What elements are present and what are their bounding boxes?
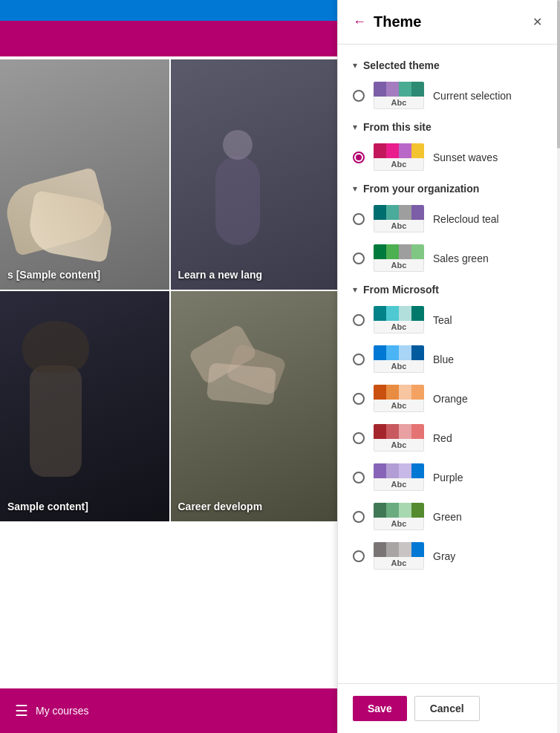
panel-header-left: ← Theme: [353, 13, 421, 30]
swatch-red: Abc: [374, 424, 424, 452]
swatch-bar-o4: [411, 385, 424, 400]
swatch-purple: Abc: [374, 463, 424, 491]
swatch-bar-sg2: [386, 244, 399, 259]
swatch-bar-2: [386, 82, 399, 97]
swatch-bar-rt4: [411, 205, 424, 220]
radio-purple[interactable]: [353, 472, 365, 483]
swatch-bar-b3: [399, 345, 411, 360]
option-relecloud-teal[interactable]: Abc Relecloud teal: [338, 199, 560, 238]
theme-name-gray: Gray: [433, 550, 455, 562]
option-teal[interactable]: Abc Teal: [338, 300, 560, 339]
swatch-bar-rt2: [386, 205, 399, 220]
swatch-bar-gy1: [374, 542, 386, 557]
theme-name-purple: Purple: [433, 472, 463, 483]
theme-name-orange: Orange: [433, 393, 468, 405]
section-selected-theme[interactable]: ▾ Selected theme: [338, 53, 560, 76]
radio-relecloud-teal[interactable]: [353, 213, 365, 225]
swatch-bar-gy4: [411, 542, 424, 557]
option-orange[interactable]: Abc Orange: [338, 379, 560, 418]
chevron-from-microsoft: ▾: [353, 284, 357, 295]
swatch-abc-gray: Abc: [374, 557, 424, 570]
back-button[interactable]: ←: [353, 14, 366, 30]
radio-sales-green[interactable]: [353, 253, 365, 264]
radio-red[interactable]: [353, 432, 365, 444]
theme-name-sales-green: Sales green: [433, 253, 489, 264]
swatch-bar-gy2: [386, 542, 399, 557]
radio-orange[interactable]: [353, 393, 365, 405]
swatch-bar-b2: [386, 345, 399, 360]
top-bar-blue: [0, 0, 339, 21]
swatch-bar-r4: [411, 424, 424, 439]
chevron-selected-theme: ▾: [353, 60, 357, 71]
image-cell-1: s [Sample content]: [0, 59, 169, 290]
option-red[interactable]: Abc Red: [338, 418, 560, 457]
swatch-bar-t1: [374, 306, 386, 321]
swatch-bar-r3: [399, 424, 411, 439]
save-button[interactable]: Save: [353, 696, 407, 721]
swatch-abc-sunset: Abc: [374, 158, 424, 171]
option-current-selection[interactable]: Abc Current selection: [338, 76, 560, 115]
bottom-bar: ☰ My courses: [0, 688, 339, 733]
section-from-your-org[interactable]: ▾ From your organization: [338, 177, 560, 199]
swatch-bar-p2: [386, 463, 399, 478]
option-gray[interactable]: Abc Gray: [338, 536, 560, 576]
swatch-bar-sg4: [411, 244, 424, 259]
swatch-bar-3: [399, 82, 411, 97]
theme-name-green: Green: [433, 511, 462, 523]
swatch-bar-o3: [399, 385, 411, 400]
swatch-bar-sg3: [399, 244, 411, 259]
swatch-blue: Abc: [374, 345, 424, 373]
swatch-abc-blue: Abc: [374, 360, 424, 373]
chevron-from-your-org: ▾: [353, 183, 357, 194]
swatch-bar-o2: [386, 385, 399, 400]
panel-footer: Save Cancel: [338, 683, 560, 733]
section-from-this-site-title: From this site: [363, 121, 432, 133]
option-blue[interactable]: Abc Blue: [338, 339, 560, 379]
theme-name-sunset-waves: Sunset waves: [433, 152, 498, 163]
swatch-abc-purple: Abc: [374, 478, 424, 491]
panel-header: ← Theme ✕: [338, 0, 560, 45]
swatch-bar-sw4: [411, 143, 424, 158]
swatch-orange: Abc: [374, 385, 424, 412]
radio-sunset-waves[interactable]: [353, 152, 365, 163]
swatch-bar-rt1: [374, 205, 386, 220]
radio-blue[interactable]: [353, 354, 365, 365]
swatch-bar-g4: [411, 503, 424, 518]
swatch-bar-p4: [411, 463, 424, 478]
cancel-button[interactable]: Cancel: [414, 696, 480, 721]
scroll-thumb: [557, 0, 560, 149]
theme-name-relecloud-teal: Relecloud teal: [433, 213, 499, 225]
swatch-bar-rt3: [399, 205, 411, 220]
option-sunset-waves[interactable]: Abc Sunset waves: [338, 137, 560, 177]
section-from-microsoft-title: From Microsoft: [363, 284, 439, 296]
swatch-bar-g2: [386, 503, 399, 518]
theme-name-red: Red: [433, 432, 452, 444]
swatch-teal: Abc: [374, 306, 424, 333]
radio-teal[interactable]: [353, 314, 365, 326]
image-cell-3: Sample content]: [0, 291, 169, 521]
section-from-microsoft[interactable]: ▾ From Microsoft: [338, 278, 560, 300]
swatch-bar-sw1: [374, 143, 386, 158]
radio-current-selection[interactable]: [353, 90, 365, 102]
option-green[interactable]: Abc Green: [338, 497, 560, 536]
swatch-relecloud-teal: Abc: [374, 205, 424, 232]
radio-green[interactable]: [353, 511, 365, 523]
swatch-gray: Abc: [374, 542, 424, 570]
swatch-bar-sw3: [399, 143, 411, 158]
radio-gray[interactable]: [353, 550, 365, 562]
swatch-current-selection: Abc: [374, 82, 424, 109]
image-label-2: Learn a new lang: [178, 269, 263, 281]
section-from-this-site[interactable]: ▾ From this site: [338, 115, 560, 137]
theme-name-blue: Blue: [433, 354, 454, 365]
swatch-green: Abc: [374, 503, 424, 530]
swatch-bar-sw2: [386, 143, 399, 158]
option-sales-green[interactable]: Abc Sales green: [338, 238, 560, 278]
close-button[interactable]: ✕: [530, 12, 545, 32]
swatch-bar-sg1: [374, 244, 386, 259]
option-purple[interactable]: Abc Purple: [338, 457, 560, 497]
swatch-abc-green: Abc: [374, 518, 424, 530]
swatch-bar-t2: [386, 306, 399, 321]
swatch-bar-r2: [386, 424, 399, 439]
swatch-bar-b1: [374, 345, 386, 360]
swatch-abc-teal: Abc: [374, 321, 424, 333]
